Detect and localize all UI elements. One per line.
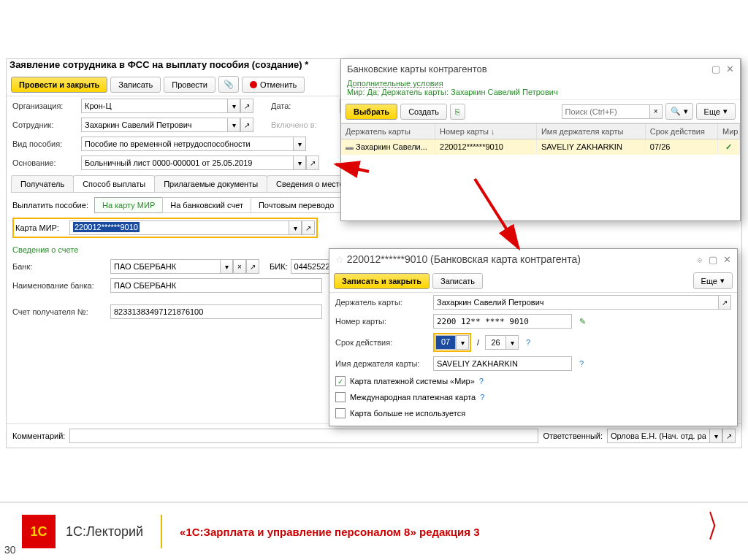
card-name-label: Имя держателя карты:	[335, 359, 430, 368]
employee-input[interactable]	[81, 118, 227, 132]
open-button[interactable]: ↗	[718, 295, 731, 310]
open-button[interactable]: ↗	[240, 99, 253, 113]
dropdown-button[interactable]: ▾	[220, 259, 233, 274]
help-icon[interactable]: ?	[579, 359, 584, 368]
help-icon[interactable]: ?	[479, 377, 484, 386]
card-number-input[interactable]	[433, 314, 572, 329]
mir-checkbox[interactable]: ✓	[335, 376, 346, 386]
open-button[interactable]: ↗	[302, 220, 315, 235]
row-holder: Захаркин Савели...	[356, 142, 427, 151]
additional-conditions-link[interactable]: Дополнительные условия	[347, 79, 443, 88]
card-holder-label: Держатель карты:	[335, 298, 430, 307]
help-icon[interactable]: ?	[480, 393, 484, 402]
select-button[interactable]: Выбрать	[346, 104, 397, 120]
card-holder-input[interactable]	[433, 295, 718, 310]
search-icon: 🔍	[671, 107, 681, 116]
comment-input[interactable]	[69, 429, 538, 443]
edit-icon[interactable]: ✎	[579, 317, 586, 326]
dropdown-button[interactable]: ▾	[293, 137, 306, 151]
dropdown-button[interactable]: ▾	[289, 220, 302, 235]
attach-button[interactable]: 📎	[218, 76, 239, 93]
logo-1c: 1C	[22, 515, 56, 548]
open-button[interactable]: ↗	[722, 429, 736, 443]
chevron-down-icon: ▾	[723, 107, 728, 116]
write-button[interactable]: Записать	[432, 273, 483, 289]
more-button[interactable]: Еще ▾	[693, 272, 733, 289]
dropdown-button[interactable]: ▾	[709, 429, 722, 443]
dropdown-button[interactable]: ▾	[293, 156, 306, 170]
date-label: Дата:	[271, 101, 337, 110]
expiry-month-input[interactable]: 07	[435, 335, 456, 350]
account-number-input[interactable]	[110, 304, 322, 319]
link-icon[interactable]: ⟐	[697, 254, 703, 265]
tab-payment-method[interactable]: Способ выплаты	[73, 175, 155, 192]
mir-card-input[interactable]: 220012******9010	[69, 220, 289, 235]
copy-button[interactable]: ⎘	[450, 104, 465, 120]
card-name-input[interactable]	[433, 356, 572, 371]
benefit-type-input[interactable]	[81, 137, 293, 151]
col-holder-name[interactable]: Имя держателя карты	[537, 124, 646, 139]
maximize-icon[interactable]: ▢	[709, 254, 717, 265]
unused-checkbox[interactable]	[335, 408, 346, 418]
bank-name-label: Наименование банка:	[12, 281, 107, 290]
clear-search-button[interactable]: ×	[649, 104, 663, 119]
bank-input[interactable]	[110, 259, 220, 274]
create-button[interactable]: Создать	[400, 104, 447, 120]
card-icon: ▬	[346, 142, 354, 151]
bank-name-input[interactable]	[110, 278, 322, 293]
basis-label: Основание:	[12, 158, 78, 167]
col-mir[interactable]: Мир	[718, 124, 740, 139]
clear-button[interactable]: ×	[233, 259, 246, 274]
col-expiry[interactable]: Срок действия	[646, 124, 718, 139]
dropdown-button[interactable]: ▾	[456, 335, 469, 350]
grid-row[interactable]: ▬ Захаркин Савели... 220012******9010 SA…	[341, 139, 740, 155]
col-holder[interactable]: Держатель карты	[341, 124, 435, 139]
maximize-icon[interactable]: ▢	[711, 64, 720, 74]
close-icon[interactable]: ✕	[723, 254, 731, 265]
unused-checkbox-label: Карта больше не используется	[350, 409, 465, 418]
col-number[interactable]: Номер карты ↓	[435, 124, 537, 139]
expiry-year-input[interactable]	[485, 335, 505, 350]
tab-attached-documents[interactable]: Прилагаемые документы	[154, 175, 267, 192]
card-details-popup: ☆ 220012******9010 (Банковская карта кон…	[329, 248, 738, 426]
dropdown-button[interactable]: ▾	[505, 335, 519, 350]
copy-icon: ⎘	[455, 107, 460, 116]
help-icon[interactable]: ?	[526, 338, 530, 347]
find-button[interactable]: 🔍▾	[665, 103, 693, 120]
tab-recipient[interactable]: Получатель	[11, 175, 74, 192]
dropdown-button[interactable]: ▾	[227, 118, 240, 132]
cancel-label: Отменить	[260, 80, 297, 89]
account-number-label: Счет получателя №:	[12, 307, 107, 316]
bik-label: БИК:	[270, 262, 288, 271]
cancel-posting-button[interactable]: Отменить	[242, 77, 305, 93]
pay-option-postal[interactable]: Почтовым переводо	[251, 197, 342, 213]
open-button[interactable]: ↗	[306, 156, 319, 170]
save-and-close-button[interactable]: Записать и закрыть	[334, 273, 430, 289]
star-icon[interactable]: ☆	[335, 254, 344, 265]
cancel-icon	[250, 81, 257, 88]
pay-option-bank-account[interactable]: На банковский счет	[162, 197, 251, 213]
mir-card-value: 220012******9010	[73, 222, 140, 232]
close-icon[interactable]: ✕	[726, 64, 734, 74]
bank-label: Банк:	[12, 262, 107, 271]
search-input[interactable]	[562, 104, 649, 119]
lectory-title: 1С:Лекторий	[66, 524, 143, 540]
dropdown-button[interactable]: ▾	[227, 99, 240, 113]
open-button[interactable]: ↗	[246, 259, 259, 274]
next-slide-icon[interactable]: 〉	[707, 506, 728, 547]
basis-input[interactable]	[81, 156, 293, 170]
bank-cards-popup: Банковские карты контрагентов ▢ ✕ Дополн…	[340, 58, 741, 221]
benefit-type-label: Вид пособия:	[12, 139, 78, 148]
post-button[interactable]: Провести	[164, 77, 215, 93]
post-and-close-button[interactable]: Провести и закрыть	[11, 77, 107, 93]
more-button[interactable]: Еще ▾	[696, 103, 736, 120]
row-number: 220012******9010	[435, 139, 537, 155]
international-checkbox[interactable]	[335, 392, 346, 402]
check-icon: ✓	[725, 142, 732, 151]
open-button[interactable]: ↗	[240, 118, 253, 132]
responsible-input[interactable]	[607, 429, 709, 443]
pay-option-mir[interactable]: На карту МИР	[94, 197, 163, 213]
employee-label: Сотрудник:	[12, 120, 78, 129]
write-button[interactable]: Записать	[110, 77, 161, 93]
organization-input[interactable]	[81, 99, 227, 113]
